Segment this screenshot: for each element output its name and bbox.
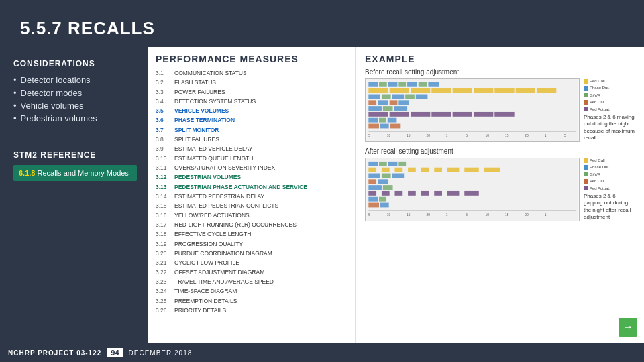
svg-rect-68 xyxy=(368,174,380,178)
performance-list-item: 3.1COMMUNICATION STATUS xyxy=(156,68,350,78)
perf-item-text: PROGRESSION QUALITY xyxy=(174,240,350,249)
performance-list-item: 3.2FLASH STATUS xyxy=(156,78,350,87)
svg-rect-80 xyxy=(434,191,442,196)
before-chart: 5 10 15 20 1 5 10 15 20 1 5 xyxy=(365,78,580,142)
performance-list-item: 3.15ESTIMATED PEDESTRIAN CONFLICTS xyxy=(156,201,350,210)
sidebar-item-label: Detector locations xyxy=(21,75,91,85)
svg-rect-25 xyxy=(398,100,409,105)
list-item: • Pedestrian volumes xyxy=(13,112,137,125)
perf-item-num: 3.6 xyxy=(156,116,174,125)
perf-item-num: 3.25 xyxy=(156,297,174,306)
svg-text:15: 15 xyxy=(505,213,509,217)
legend-item: Phase Dur. xyxy=(584,164,636,170)
svg-rect-74 xyxy=(383,185,393,190)
svg-text:20: 20 xyxy=(426,213,430,217)
svg-rect-26 xyxy=(368,106,382,111)
perf-item-text: VEHICLE VOLUMES xyxy=(174,107,350,115)
page-title: 5.5.7 RECALLS xyxy=(20,18,155,39)
example-section: EXAMPLE Before recall setting adjustment xyxy=(356,47,644,343)
legend-item: Ped Actuat. xyxy=(584,186,636,191)
perf-item-num: 3.17 xyxy=(156,221,174,229)
perf-item-num: 3.22 xyxy=(156,268,174,277)
svg-rect-34 xyxy=(474,112,493,117)
perf-item-num: 3.11 xyxy=(156,164,174,172)
perf-item-num: 3.1 xyxy=(156,69,174,78)
legend-label: Veh Call xyxy=(590,99,604,105)
svg-text:20: 20 xyxy=(525,213,529,217)
performance-list-item: 3.14ESTIMATED PEDESTRIAN DELAY xyxy=(156,192,350,201)
svg-rect-57 xyxy=(388,162,398,166)
svg-rect-11 xyxy=(431,88,451,93)
perf-item-text: SPLIT MONITOR xyxy=(174,126,350,135)
perf-item-text: POWER FAILURES xyxy=(174,88,350,97)
svg-text:5: 5 xyxy=(368,134,370,137)
perf-item-text: PEDESTRIAN PHASE ACTUATION AND SERVICE xyxy=(174,183,350,192)
svg-rect-69 xyxy=(382,174,391,178)
perf-item-num: 3.9 xyxy=(156,145,174,154)
list-item: • Detector locations xyxy=(13,74,137,86)
svg-rect-18 xyxy=(382,95,391,99)
perf-item-num: 3.23 xyxy=(156,278,174,286)
before-chart-svg: 5 10 15 20 1 5 10 15 20 1 5 xyxy=(365,78,580,142)
performance-list-item: 3.4DETECTION SYSTEM STATUS xyxy=(156,97,350,107)
svg-rect-32 xyxy=(431,112,451,117)
perf-item-num: 3.24 xyxy=(156,287,174,296)
svg-rect-12 xyxy=(453,88,472,93)
perf-item-text: PHASE TERMINATION xyxy=(174,116,350,125)
svg-rect-67 xyxy=(484,168,500,172)
list-item: • Vehicle volumes xyxy=(13,99,137,112)
legend-label: Phase Dur. xyxy=(590,85,610,90)
performance-list-item: 3.13PEDESTRIAN PHASE ACTUATION AND SERVI… xyxy=(156,182,350,192)
footer-project-label: NCHRP PROJECT 03-122 xyxy=(8,349,101,357)
svg-rect-29 xyxy=(368,112,388,117)
performance-list-item: 3.3POWER FAILURES xyxy=(156,87,350,97)
legend-label: Ped Call xyxy=(590,78,605,84)
legend-item: G/Y/R xyxy=(584,93,636,98)
svg-rect-27 xyxy=(383,106,393,111)
perf-item-text: COMMUNICATION STATUS xyxy=(174,69,350,78)
svg-rect-4 xyxy=(398,82,406,87)
legend-label: Ped Actuat. xyxy=(590,107,610,112)
svg-text:15: 15 xyxy=(505,134,509,137)
perf-item-num: 3.7 xyxy=(156,126,174,135)
svg-rect-36 xyxy=(368,118,378,123)
svg-rect-31 xyxy=(411,112,430,117)
performance-list-item: 3.17RED-LIGHT-RUNNING (RLR) OCCURRENCES xyxy=(156,221,350,230)
perf-item-text: OFFSET ADJUSTMENT DIAGRAM xyxy=(174,268,350,277)
perf-item-text: PRIORITY DETAILS xyxy=(174,306,350,315)
performance-list-item: 3.11OVERSATURATION SEVERITY INDEX xyxy=(156,164,350,173)
svg-rect-37 xyxy=(379,118,386,123)
svg-rect-19 xyxy=(392,95,405,99)
performance-list-item: 3.23TRAVEL TIME AND AVERAGE SPEED xyxy=(156,278,350,287)
perf-item-num: 3.20 xyxy=(156,249,174,258)
perf-item-num: 3.13 xyxy=(156,183,174,192)
svg-rect-70 xyxy=(392,174,405,178)
svg-rect-41 xyxy=(390,124,401,129)
performance-list-item: 3.6PHASE TERMINATION xyxy=(156,116,350,125)
svg-rect-81 xyxy=(447,191,460,196)
perf-item-text: RED-LIGHT-RUNNING (RLR) OCCURRENCES xyxy=(174,221,350,229)
svg-rect-10 xyxy=(411,88,430,93)
footer: NCHRP PROJECT 03-122 94 DECEMBER 2018 xyxy=(0,343,644,362)
footer-date: DECEMBER 2018 xyxy=(129,349,193,357)
stm2-ref-text: Recalls and Memory Modes xyxy=(38,169,129,177)
bullet-icon: • xyxy=(13,101,17,111)
svg-rect-9 xyxy=(390,88,409,93)
svg-rect-86 xyxy=(380,203,389,208)
bullet-icon: • xyxy=(13,113,17,123)
svg-text:10: 10 xyxy=(387,134,391,137)
footer-page-number: 94 xyxy=(107,348,123,357)
next-arrow-button[interactable]: → xyxy=(619,318,637,337)
perf-item-text: CYCLIC FLOW PROFILE xyxy=(174,259,350,267)
performance-list-item: 3.8SPLIT FAILURES xyxy=(156,135,350,144)
svg-rect-35 xyxy=(494,112,514,117)
page: 5.5.7 RECALLS CONSIDERATIONS • Detector … xyxy=(0,0,644,362)
performance-list-item: 3.26PRIORITY DETAILS xyxy=(156,306,350,315)
perf-item-text: ESTIMATED VEHICLE DELAY xyxy=(174,145,350,154)
svg-rect-79 xyxy=(421,191,429,196)
svg-rect-22 xyxy=(368,100,376,105)
svg-text:10: 10 xyxy=(387,213,391,217)
bullet-icon: • xyxy=(13,75,17,85)
svg-rect-73 xyxy=(368,185,382,190)
performance-list-item: 3.12PEDESTRIAN VOLUMES xyxy=(156,173,350,182)
